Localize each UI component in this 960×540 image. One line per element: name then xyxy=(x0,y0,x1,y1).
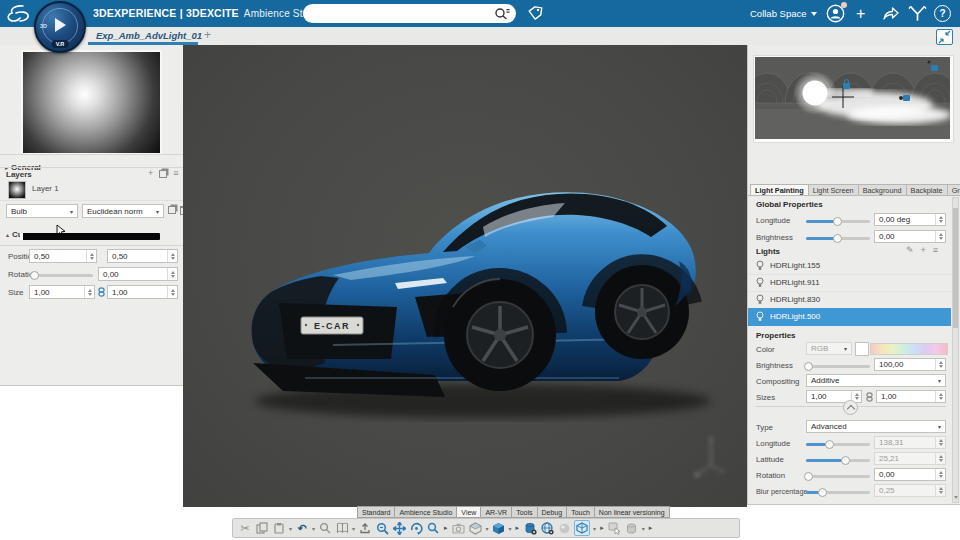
caret-icon[interactable]: ▾ xyxy=(352,525,355,532)
cut-icon[interactable]: ✂ xyxy=(238,521,252,535)
collapse-window-button[interactable] xyxy=(936,29,953,45)
tag-icon[interactable] xyxy=(527,5,544,22)
light-painting-canvas[interactable] xyxy=(753,55,954,143)
pan-icon[interactable] xyxy=(392,521,406,535)
slider-knob[interactable] xyxy=(841,456,850,465)
slider-knob[interactable] xyxy=(30,271,39,280)
camera-icon[interactable] xyxy=(452,521,466,535)
shaded-cube-icon[interactable] xyxy=(492,521,506,535)
color-swatch[interactable] xyxy=(855,342,869,356)
longitude-field[interactable]: 0,00 deg xyxy=(874,213,946,226)
tab-touch[interactable]: Touch xyxy=(566,506,594,518)
light-rotation-field[interactable]: 0,00 xyxy=(874,468,946,481)
zoom-area-icon[interactable] xyxy=(426,521,440,535)
tab-ambience-studio[interactable]: Ambience Studio xyxy=(394,506,456,518)
collab-space-selector[interactable]: Collab Space xyxy=(750,0,817,27)
wireframe-cube-icon[interactable] xyxy=(574,520,590,536)
help-icon[interactable]: ? xyxy=(934,5,951,22)
blur-field[interactable]: 0,25 xyxy=(874,484,946,497)
search-icon[interactable] xyxy=(494,7,510,20)
collapse-section-button[interactable] xyxy=(843,400,858,415)
light-brightness-field[interactable]: 100,00 xyxy=(874,358,946,371)
compositing-dropdown[interactable]: Additive▾ xyxy=(806,374,946,387)
scroll-down-icon[interactable] xyxy=(954,496,958,499)
spinner[interactable] xyxy=(935,391,945,402)
spinner[interactable] xyxy=(935,485,945,496)
brightness-slider[interactable] xyxy=(806,237,870,240)
copy-settings-icon[interactable] xyxy=(168,206,176,214)
light-shape-preview[interactable] xyxy=(21,50,162,155)
light-brightness-slider[interactable] xyxy=(806,365,870,368)
zoom-in-icon[interactable] xyxy=(375,521,389,535)
rotation-field[interactable]: 0,00 xyxy=(98,267,178,281)
color-mode-dropdown[interactable]: RGB▾ xyxy=(806,342,852,355)
caret-icon[interactable]: ▾ xyxy=(312,525,315,532)
sizes-y-field[interactable]: 1,00 xyxy=(876,390,946,403)
caret-icon[interactable]: ▾ xyxy=(642,525,645,532)
caret-icon[interactable]: ▾ xyxy=(509,525,512,532)
scrollbar-thumb[interactable] xyxy=(953,208,958,328)
tab-debug[interactable]: Debug xyxy=(537,506,567,518)
size-x-field[interactable]: 1,00 xyxy=(29,285,95,299)
catalog-icon[interactable] xyxy=(335,521,349,535)
solid-body-icon[interactable] xyxy=(625,521,639,535)
tab-ar-vr[interactable]: AR-VR xyxy=(480,506,511,518)
color-gradient-bar[interactable] xyxy=(870,343,948,355)
add-layer-icon[interactable]: + xyxy=(148,169,153,178)
spinner[interactable] xyxy=(935,437,945,448)
tab-view[interactable]: View xyxy=(456,506,480,518)
paste-icon[interactable] xyxy=(272,521,286,535)
expand-group-icon[interactable]: ▸ xyxy=(516,524,520,532)
position-x-field[interactable]: 0,50 xyxy=(29,249,97,263)
spinner[interactable] xyxy=(167,268,177,280)
view-mode-icon[interactable] xyxy=(469,521,483,535)
spinner[interactable] xyxy=(167,250,177,262)
light-rotation-slider[interactable] xyxy=(806,475,870,478)
latitude-slider[interactable] xyxy=(806,459,870,462)
light-list-item[interactable]: HDRLight.830 xyxy=(748,291,951,309)
tab-non-linear-versioning[interactable]: Non linear versioning xyxy=(594,506,670,518)
panel-scrollbar[interactable] xyxy=(952,197,959,503)
tab-tools[interactable]: Tools xyxy=(511,506,536,518)
layer-list-item[interactable]: Layer 1 xyxy=(0,179,183,201)
lights-menu-icon[interactable]: ≡ xyxy=(933,246,938,255)
caret-icon[interactable]: ▾ xyxy=(289,525,292,532)
slider-knob[interactable] xyxy=(833,234,842,243)
position-y-field[interactable]: 0,50 xyxy=(107,249,178,263)
material-icon[interactable] xyxy=(523,521,537,535)
new-tab-button[interactable]: + xyxy=(204,27,211,44)
spinner[interactable] xyxy=(935,469,945,480)
orbit-icon[interactable] xyxy=(409,521,423,535)
add-light-icon[interactable]: + xyxy=(921,246,926,255)
search-bar[interactable] xyxy=(303,4,516,23)
select-tool-icon[interactable] xyxy=(608,521,622,535)
slider-knob[interactable] xyxy=(804,472,813,481)
profile-button[interactable] xyxy=(826,4,845,23)
spinner[interactable] xyxy=(86,250,96,262)
size-y-field[interactable]: 1,00 xyxy=(107,285,178,299)
compass-badge[interactable]: 3D V.R xyxy=(34,1,86,53)
slider-knob[interactable] xyxy=(833,217,842,226)
light-longitude-slider[interactable] xyxy=(806,443,870,446)
undo-icon[interactable]: ↶ xyxy=(295,521,309,535)
light-list-item[interactable]: HDRLight.155 xyxy=(748,257,951,275)
spinner[interactable] xyxy=(935,359,945,370)
falloff-dropdown[interactable]: Bulb▾ xyxy=(6,204,78,218)
copy-icon[interactable] xyxy=(255,521,269,535)
3d-viewport[interactable]: E-CAR xyxy=(183,45,747,507)
add-button[interactable]: + xyxy=(856,0,865,27)
search-input[interactable] xyxy=(303,8,494,20)
environment-icon[interactable] xyxy=(540,521,554,535)
norm-dropdown[interactable]: Euclidean norm▾ xyxy=(82,204,164,218)
edit-light-icon[interactable]: ✎ xyxy=(906,246,914,255)
slider-knob[interactable] xyxy=(818,488,827,497)
caret-icon[interactable]: ▾ xyxy=(486,525,489,532)
light-list-item[interactable]: HDRLight.911 xyxy=(748,274,951,292)
brightness-field[interactable]: 0,00 xyxy=(874,230,946,243)
link-icon[interactable] xyxy=(97,287,106,297)
layers-menu-icon[interactable]: ≡ xyxy=(173,169,178,178)
rotation-slider[interactable] xyxy=(33,274,93,277)
spinner[interactable] xyxy=(84,286,94,298)
latitude-field[interactable]: 25,21 xyxy=(874,452,946,465)
curve-gradient-bar[interactable] xyxy=(20,233,160,240)
